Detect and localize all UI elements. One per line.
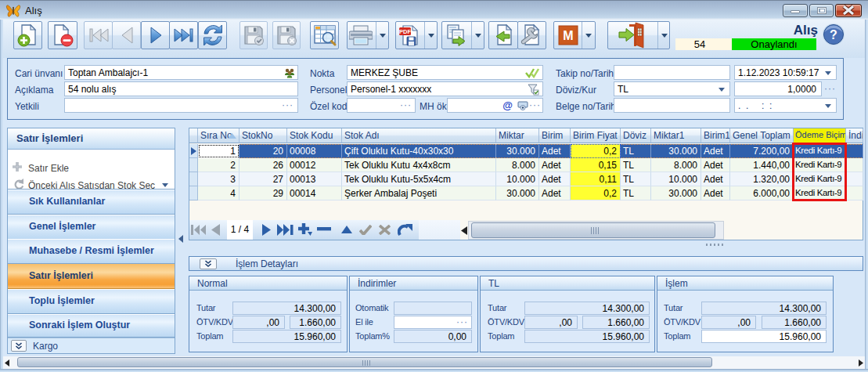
svg-text:?: ? xyxy=(830,28,837,42)
svg-text:PDF: PDF xyxy=(399,28,411,35)
svg-text:M: M xyxy=(563,29,573,42)
